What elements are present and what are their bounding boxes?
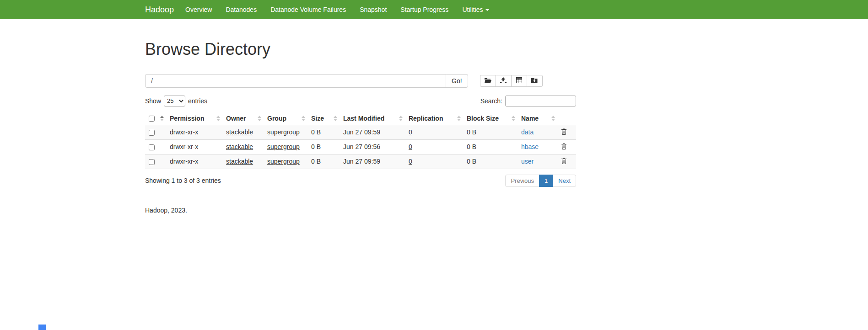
- size-cell: 0 B: [307, 139, 340, 154]
- column-header-actions: [557, 112, 576, 125]
- table-header-row: Permission Owner Group Size Last Modifie…: [145, 112, 576, 125]
- replication-editable[interactable]: 0: [409, 128, 412, 136]
- sort-icon: [457, 116, 461, 121]
- trash-icon: [561, 144, 567, 151]
- entries-label: entries: [188, 97, 207, 105]
- nav-item-utilities[interactable]: Utilities: [455, 0, 496, 19]
- sort-icon: [302, 116, 305, 121]
- show-label: Show: [145, 97, 161, 105]
- entries-summary: Showing 1 to 3 of 3 entries: [145, 177, 221, 184]
- file-link[interactable]: data: [521, 128, 534, 136]
- modified-cell: Jun 27 09:59: [340, 154, 405, 169]
- nav-item-datanode-volume-failures[interactable]: Datanode Volume Failures: [264, 0, 353, 19]
- pagination: Previous 1 Next: [505, 175, 576, 187]
- path-input[interactable]: [145, 74, 446, 88]
- trash-icon: [561, 129, 567, 136]
- pagination-page-1[interactable]: 1: [539, 175, 553, 187]
- column-header-group[interactable]: Group: [264, 112, 307, 125]
- permission-cell: drwxr-xr-x: [166, 154, 222, 169]
- nav-item-startup-progress[interactable]: Startup Progress: [394, 0, 455, 19]
- size-cell: 0 B: [307, 154, 340, 169]
- owner-editable[interactable]: stackable: [226, 158, 253, 165]
- navbar: Hadoop Overview Datanodes Datanode Volum…: [0, 0, 868, 19]
- folder-move-icon: [531, 77, 538, 85]
- column-header-size[interactable]: Size: [307, 112, 340, 125]
- size-cell: 0 B: [307, 125, 340, 139]
- table-row: drwxr-xr-x stackable supergroup 0 B Jun …: [145, 139, 576, 154]
- group-editable[interactable]: supergroup: [267, 128, 300, 136]
- nav-item-snapshot[interactable]: Snapshot: [353, 0, 394, 19]
- search-control: Search:: [480, 96, 576, 106]
- file-link[interactable]: user: [521, 158, 534, 165]
- file-link[interactable]: hbase: [521, 143, 539, 150]
- column-header-label: Replication: [409, 115, 443, 122]
- column-header-owner[interactable]: Owner: [222, 112, 264, 125]
- permission-cell: drwxr-xr-x: [166, 139, 222, 154]
- upload-icon: [500, 77, 507, 85]
- permission-cell: drwxr-xr-x: [166, 125, 222, 139]
- go-button[interactable]: Go!: [446, 74, 468, 88]
- replication-editable[interactable]: 0: [409, 158, 412, 165]
- group-editable[interactable]: supergroup: [267, 158, 300, 165]
- nav-item-utilities-label: Utilities: [462, 6, 483, 13]
- owner-editable[interactable]: stackable: [226, 128, 253, 136]
- column-header-permission[interactable]: Permission: [166, 112, 222, 125]
- owner-editable[interactable]: stackable: [226, 143, 253, 150]
- column-header-select[interactable]: [145, 112, 166, 125]
- move-button[interactable]: [527, 75, 543, 87]
- column-header-last-modified[interactable]: Last Modified: [340, 112, 405, 125]
- column-header-label: Size: [311, 115, 324, 122]
- file-actions-toolbar: [480, 75, 543, 87]
- block-size-cell: 0 B: [463, 139, 518, 154]
- column-header-label: Block Size: [467, 115, 499, 122]
- paste-button[interactable]: [511, 75, 527, 87]
- row-checkbox[interactable]: [149, 144, 155, 150]
- create-directory-button[interactable]: [480, 75, 496, 87]
- table-footer: Showing 1 to 3 of 3 entries Previous 1 N…: [145, 175, 576, 187]
- sort-icon: [160, 116, 164, 121]
- page-title: Browse Directory: [145, 40, 576, 59]
- replication-editable[interactable]: 0: [409, 143, 412, 150]
- pagination-previous-label: Previous: [505, 175, 539, 187]
- column-header-label: Name: [521, 115, 539, 122]
- pagination-page-label: 1: [539, 175, 553, 187]
- row-checkbox[interactable]: [149, 130, 155, 136]
- delete-button[interactable]: [561, 128, 567, 135]
- navbar-brand[interactable]: Hadoop: [145, 0, 174, 19]
- column-header-label: Permission: [170, 115, 204, 122]
- delete-button[interactable]: [561, 143, 567, 149]
- row-checkbox[interactable]: [149, 159, 155, 165]
- table-row: drwxr-xr-x stackable supergroup 0 B Jun …: [145, 125, 576, 139]
- page-size-select[interactable]: 25: [164, 96, 185, 106]
- pagination-previous[interactable]: Previous: [505, 175, 539, 187]
- group-editable[interactable]: supergroup: [267, 143, 300, 150]
- sort-icon: [216, 116, 220, 121]
- search-label: Search:: [480, 97, 502, 105]
- nav-item-datanodes[interactable]: Datanodes: [219, 0, 264, 19]
- copyright-text: Hadoop, 2023.: [145, 207, 576, 214]
- column-header-block-size[interactable]: Block Size: [463, 112, 518, 125]
- clipboard-grid-icon: [516, 77, 522, 85]
- nav-item-overview[interactable]: Overview: [178, 0, 219, 19]
- column-header-replication[interactable]: Replication: [405, 112, 463, 125]
- folder-open-icon: [485, 77, 491, 85]
- upload-files-button[interactable]: [496, 75, 512, 87]
- sort-icon: [258, 116, 261, 121]
- trash-icon: [561, 159, 567, 165]
- column-header-label: Owner: [226, 115, 246, 122]
- sort-icon: [512, 116, 515, 121]
- pagination-next[interactable]: Next: [553, 175, 576, 187]
- path-form: Go!: [145, 74, 576, 88]
- sort-icon: [551, 116, 555, 121]
- select-all-checkbox[interactable]: [149, 116, 155, 122]
- page-size-control: Show 25 entries: [145, 96, 207, 106]
- delete-button[interactable]: [561, 158, 567, 164]
- pagination-next-label: Next: [553, 175, 576, 187]
- column-header-name[interactable]: Name: [518, 112, 557, 125]
- table-row: drwxr-xr-x stackable supergroup 0 B Jun …: [145, 154, 576, 169]
- search-input[interactable]: [505, 96, 576, 106]
- table-controls: Show 25 entries Search:: [145, 96, 576, 106]
- column-header-label: Last Modified: [343, 115, 384, 122]
- sort-icon: [399, 116, 403, 121]
- sort-icon: [334, 116, 337, 121]
